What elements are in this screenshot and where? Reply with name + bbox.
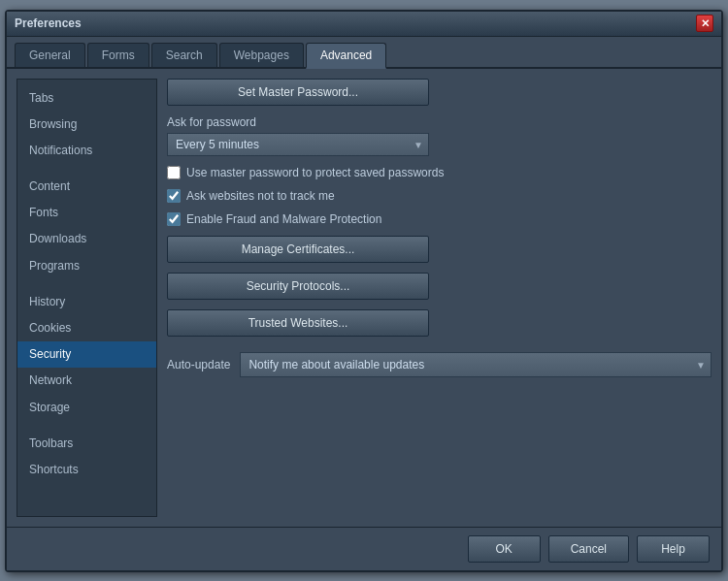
password-interval-select[interactable]: Every 5 minutes Every 10 minutes Every 3… <box>167 133 429 156</box>
sidebar-item-notifications[interactable]: Notifications <box>17 138 156 164</box>
sidebar-item-security[interactable]: Security <box>17 341 156 368</box>
auto-update-select[interactable]: Notify me about available updates Automa… <box>240 352 711 377</box>
use-master-password-row: Use master password to protect saved pas… <box>167 166 711 179</box>
ask-no-track-label: Ask websites not to track me <box>186 189 335 203</box>
sidebar: Tabs Browsing Notifications Content Font… <box>17 79 157 517</box>
sidebar-item-browsing[interactable]: Browsing <box>17 112 156 138</box>
sidebar-item-history[interactable]: History <box>17 289 156 315</box>
trusted-websites-button[interactable]: Trusted Websites... <box>167 309 429 337</box>
fraud-protection-row: Enable Fraud and Malware Protection <box>167 212 711 226</box>
ask-no-track-checkbox[interactable] <box>167 189 181 203</box>
set-master-password-button[interactable]: Set Master Password... <box>167 79 429 106</box>
sidebar-item-network[interactable]: Network <box>17 368 156 394</box>
tab-webpages[interactable]: Webpages <box>219 43 304 67</box>
sidebar-item-downloads[interactable]: Downloads <box>17 226 156 252</box>
sidebar-item-storage[interactable]: Storage <box>17 395 156 421</box>
ask-password-section: Ask for password Every 5 minutes Every 1… <box>167 115 711 156</box>
tab-bar: General Forms Search Webpages Advanced <box>7 37 721 69</box>
ask-no-track-row: Ask websites not to track me <box>167 189 711 203</box>
auto-update-row: Auto-update Notify me about available up… <box>167 352 711 377</box>
use-master-password-label: Use master password to protect saved pas… <box>186 166 444 179</box>
title-bar: Preferences ✕ <box>7 12 721 37</box>
sidebar-item-toolbars[interactable]: Toolbars <box>17 431 156 457</box>
tab-forms[interactable]: Forms <box>87 43 149 67</box>
ok-button[interactable]: OK <box>468 535 541 563</box>
bottom-bar: OK Cancel Help <box>7 527 721 570</box>
password-interval-wrapper: Every 5 minutes Every 10 minutes Every 3… <box>167 133 429 156</box>
help-button[interactable]: Help <box>637 535 710 563</box>
fraud-protection-label: Enable Fraud and Malware Protection <box>186 212 381 226</box>
preferences-window: Preferences ✕ General Forms Search Webpa… <box>5 10 723 572</box>
manage-certificates-button[interactable]: Manage Certificates... <box>167 236 429 263</box>
tab-search[interactable]: Search <box>151 43 217 67</box>
security-protocols-button[interactable]: Security Protocols... <box>167 273 429 300</box>
sidebar-item-cookies[interactable]: Cookies <box>17 315 156 341</box>
cancel-button[interactable]: Cancel <box>548 535 629 563</box>
ask-password-label: Ask for password <box>167 115 711 129</box>
main-panel: Set Master Password... Ask for password … <box>167 79 711 517</box>
auto-update-select-wrapper: Notify me about available updates Automa… <box>240 352 711 377</box>
fraud-protection-checkbox[interactable] <box>167 212 181 226</box>
tab-advanced[interactable]: Advanced <box>306 43 386 69</box>
use-master-password-checkbox[interactable] <box>167 166 181 179</box>
window-title: Preferences <box>15 16 82 30</box>
tab-general[interactable]: General <box>15 43 85 67</box>
auto-update-label: Auto-update <box>167 358 230 371</box>
sidebar-item-fonts[interactable]: Fonts <box>17 200 156 226</box>
content-area: Tabs Browsing Notifications Content Font… <box>7 69 721 527</box>
sidebar-item-content[interactable]: Content <box>17 174 156 200</box>
sidebar-item-tabs[interactable]: Tabs <box>17 85 156 112</box>
sidebar-item-shortcuts[interactable]: Shortcuts <box>17 457 156 483</box>
close-button[interactable]: ✕ <box>696 15 713 32</box>
sidebar-item-programs[interactable]: Programs <box>17 253 156 279</box>
